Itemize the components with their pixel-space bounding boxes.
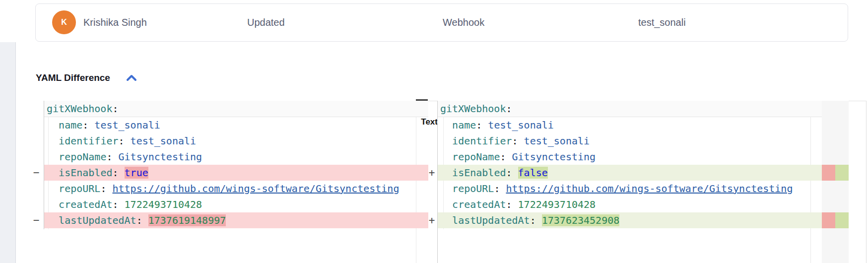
repo-url-link[interactable]: https://github.com/wings-software/Gitsyn… <box>506 183 793 195</box>
diff-line: gitXWebhook: <box>438 101 822 117</box>
diff-line: repoURL: https://github.com/wings-softwa… <box>44 181 428 197</box>
audit-user: Krishika Singh <box>83 4 147 41</box>
avatar-initial: K <box>61 18 67 27</box>
audit-action: Updated <box>247 4 285 41</box>
yaml-diff-viewer: Text −− gitXWebhook: name: test_sonali i… <box>0 101 868 263</box>
removed-line-marker: − <box>30 165 43 181</box>
yaml-key: repoName <box>59 151 106 163</box>
yaml-key: repoURL <box>452 183 494 195</box>
yaml-key: gitXWebhook <box>47 103 112 115</box>
diff-line: lastUpdatedAt: 1737619148997 <box>44 212 428 228</box>
diff-line: repoName: Gitsynctesting <box>44 149 428 165</box>
yaml-value: 1737623452908 <box>542 214 620 226</box>
avatar: K <box>52 10 76 34</box>
yaml-key: repoName <box>452 151 500 163</box>
yaml-key: name <box>59 119 82 131</box>
yaml-key: identifier <box>59 135 118 147</box>
yaml-key: lastUpdatedAt <box>59 214 136 226</box>
diff-line: lastUpdatedAt: 1737623452908 <box>438 212 822 228</box>
added-line-marker: + <box>425 212 438 228</box>
diff-line: isEnabled: true <box>44 165 428 181</box>
diff-line: name: test_sonali <box>438 117 822 133</box>
yaml-value: false <box>518 167 548 179</box>
yaml-key: identifier <box>452 135 512 147</box>
diff-right-edge <box>866 101 867 263</box>
yaml-key: isEnabled <box>452 167 506 179</box>
yaml-key: repoURL <box>59 183 100 195</box>
audit-row[interactable]: K Krishika Singh Updated Webhook test_so… <box>35 3 848 42</box>
yaml-value: test_sonali <box>524 135 590 147</box>
yaml-value: true <box>125 167 148 179</box>
ruler-removed-mark <box>822 165 835 181</box>
yaml-value: 1722493710428 <box>125 198 202 210</box>
diff-line: repoURL: https://github.com/wings-softwa… <box>438 181 822 197</box>
diff-line: identifier: test_sonali <box>44 133 428 149</box>
yaml-value: 1737619148997 <box>148 214 226 226</box>
yaml-key: lastUpdatedAt <box>452 214 530 226</box>
removed-line-marker: − <box>30 212 43 228</box>
yaml-value: test_sonali <box>488 119 553 131</box>
yaml-key: gitXWebhook <box>440 103 506 115</box>
audit-detail-page: K Krishika Singh Updated Webhook test_so… <box>0 0 868 263</box>
chevron-up-icon[interactable] <box>126 73 137 82</box>
yaml-value: test_sonali <box>131 135 196 147</box>
audit-resource-name: test_sonali <box>638 4 686 41</box>
yaml-difference-title: YAML Difference <box>36 72 110 83</box>
yaml-value: Gitsynctesting <box>119 151 202 163</box>
yaml-key: name <box>452 119 476 131</box>
ruler-removed-mark <box>822 212 835 228</box>
ruler-added-mark <box>835 212 849 228</box>
yaml-key: createdAt <box>452 198 506 210</box>
diff-line: createdAt: 1722493710428 <box>44 197 428 212</box>
added-line-marker: + <box>425 165 438 181</box>
yaml-value: test_sonali <box>94 119 160 131</box>
diff-pane-modified[interactable]: gitXWebhook: name: test_sonali identifie… <box>438 101 822 263</box>
diff-line: createdAt: 1722493710428 <box>438 197 822 212</box>
diff-line: identifier: test_sonali <box>438 133 822 149</box>
overview-ruler[interactable] <box>822 101 849 263</box>
ruler-added-mark <box>835 165 849 181</box>
diff-line: isEnabled: false <box>438 165 822 181</box>
audit-resource-type: Webhook <box>443 4 484 41</box>
diff-pane-original[interactable]: gitXWebhook: name: test_sonali identifie… <box>44 101 428 263</box>
yaml-value: Gitsynctesting <box>512 151 596 163</box>
diff-line: gitXWebhook: <box>44 101 428 117</box>
yaml-key: isEnabled <box>59 167 112 179</box>
diff-line: repoName: Gitsynctesting <box>438 149 822 165</box>
repo-url-link[interactable]: https://github.com/wings-software/Gitsyn… <box>112 183 399 195</box>
yaml-key: createdAt <box>59 198 112 210</box>
yaml-value: 1722493710428 <box>518 198 596 210</box>
diff-line: name: test_sonali <box>44 117 428 133</box>
